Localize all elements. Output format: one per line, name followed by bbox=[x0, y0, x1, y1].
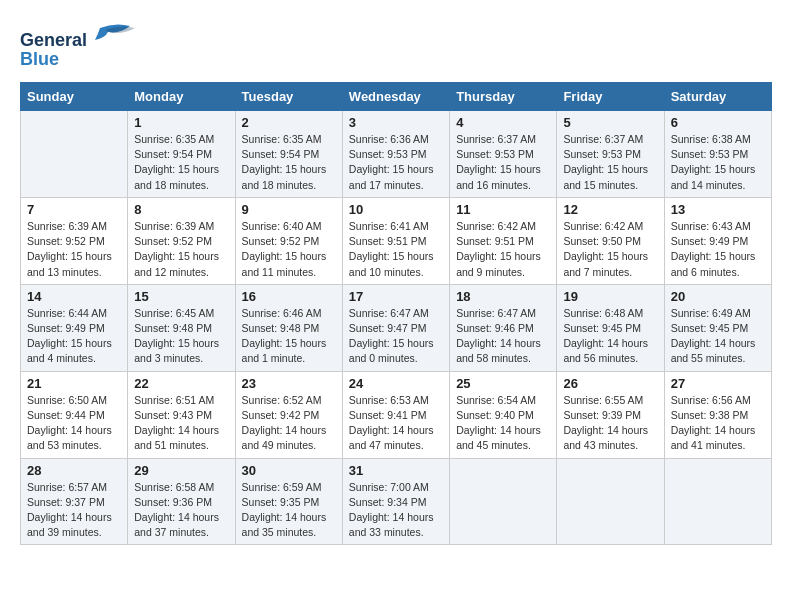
calendar-cell: 30Sunrise: 6:59 AM Sunset: 9:35 PM Dayli… bbox=[235, 458, 342, 545]
day-info: Sunrise: 6:40 AM Sunset: 9:52 PM Dayligh… bbox=[242, 219, 336, 280]
calendar-cell: 18Sunrise: 6:47 AM Sunset: 9:46 PM Dayli… bbox=[450, 284, 557, 371]
calendar-cell: 20Sunrise: 6:49 AM Sunset: 9:45 PM Dayli… bbox=[664, 284, 771, 371]
day-number: 14 bbox=[27, 289, 121, 304]
day-info: Sunrise: 6:54 AM Sunset: 9:40 PM Dayligh… bbox=[456, 393, 550, 454]
day-info: Sunrise: 6:48 AM Sunset: 9:45 PM Dayligh… bbox=[563, 306, 657, 367]
day-of-week-header: Friday bbox=[557, 83, 664, 111]
logo: General Blue bbox=[20, 20, 150, 74]
calendar-cell: 12Sunrise: 6:42 AM Sunset: 9:50 PM Dayli… bbox=[557, 197, 664, 284]
day-number: 11 bbox=[456, 202, 550, 217]
day-info: Sunrise: 6:52 AM Sunset: 9:42 PM Dayligh… bbox=[242, 393, 336, 454]
calendar-cell: 28Sunrise: 6:57 AM Sunset: 9:37 PM Dayli… bbox=[21, 458, 128, 545]
calendar-cell bbox=[664, 458, 771, 545]
day-of-week-header: Sunday bbox=[21, 83, 128, 111]
calendar-cell: 25Sunrise: 6:54 AM Sunset: 9:40 PM Dayli… bbox=[450, 371, 557, 458]
calendar-cell: 17Sunrise: 6:47 AM Sunset: 9:47 PM Dayli… bbox=[342, 284, 449, 371]
header: General Blue bbox=[20, 20, 772, 74]
calendar-cell bbox=[450, 458, 557, 545]
day-info: Sunrise: 6:35 AM Sunset: 9:54 PM Dayligh… bbox=[134, 132, 228, 193]
day-info: Sunrise: 6:43 AM Sunset: 9:49 PM Dayligh… bbox=[671, 219, 765, 280]
day-of-week-header: Monday bbox=[128, 83, 235, 111]
calendar-cell: 27Sunrise: 6:56 AM Sunset: 9:38 PM Dayli… bbox=[664, 371, 771, 458]
day-of-week-header: Saturday bbox=[664, 83, 771, 111]
day-number: 29 bbox=[134, 463, 228, 478]
day-of-week-header: Tuesday bbox=[235, 83, 342, 111]
day-number: 2 bbox=[242, 115, 336, 130]
day-number: 25 bbox=[456, 376, 550, 391]
calendar-cell: 21Sunrise: 6:50 AM Sunset: 9:44 PM Dayli… bbox=[21, 371, 128, 458]
day-number: 24 bbox=[349, 376, 443, 391]
day-info: Sunrise: 6:42 AM Sunset: 9:51 PM Dayligh… bbox=[456, 219, 550, 280]
day-info: Sunrise: 6:39 AM Sunset: 9:52 PM Dayligh… bbox=[134, 219, 228, 280]
calendar-cell: 19Sunrise: 6:48 AM Sunset: 9:45 PM Dayli… bbox=[557, 284, 664, 371]
day-info: Sunrise: 7:00 AM Sunset: 9:34 PM Dayligh… bbox=[349, 480, 443, 541]
day-info: Sunrise: 6:59 AM Sunset: 9:35 PM Dayligh… bbox=[242, 480, 336, 541]
calendar-cell: 29Sunrise: 6:58 AM Sunset: 9:36 PM Dayli… bbox=[128, 458, 235, 545]
logo-text: General Blue bbox=[20, 20, 150, 74]
day-info: Sunrise: 6:55 AM Sunset: 9:39 PM Dayligh… bbox=[563, 393, 657, 454]
day-info: Sunrise: 6:50 AM Sunset: 9:44 PM Dayligh… bbox=[27, 393, 121, 454]
day-number: 20 bbox=[671, 289, 765, 304]
calendar-cell: 31Sunrise: 7:00 AM Sunset: 9:34 PM Dayli… bbox=[342, 458, 449, 545]
calendar-cell: 8Sunrise: 6:39 AM Sunset: 9:52 PM Daylig… bbox=[128, 197, 235, 284]
calendar-cell: 16Sunrise: 6:46 AM Sunset: 9:48 PM Dayli… bbox=[235, 284, 342, 371]
day-of-week-header: Thursday bbox=[450, 83, 557, 111]
day-number: 3 bbox=[349, 115, 443, 130]
day-number: 6 bbox=[671, 115, 765, 130]
day-number: 23 bbox=[242, 376, 336, 391]
day-number: 13 bbox=[671, 202, 765, 217]
calendar-cell: 11Sunrise: 6:42 AM Sunset: 9:51 PM Dayli… bbox=[450, 197, 557, 284]
day-of-week-header: Wednesday bbox=[342, 83, 449, 111]
day-number: 31 bbox=[349, 463, 443, 478]
day-info: Sunrise: 6:37 AM Sunset: 9:53 PM Dayligh… bbox=[456, 132, 550, 193]
day-info: Sunrise: 6:47 AM Sunset: 9:47 PM Dayligh… bbox=[349, 306, 443, 367]
day-number: 16 bbox=[242, 289, 336, 304]
day-number: 10 bbox=[349, 202, 443, 217]
day-number: 30 bbox=[242, 463, 336, 478]
day-number: 22 bbox=[134, 376, 228, 391]
day-info: Sunrise: 6:56 AM Sunset: 9:38 PM Dayligh… bbox=[671, 393, 765, 454]
day-number: 9 bbox=[242, 202, 336, 217]
day-info: Sunrise: 6:44 AM Sunset: 9:49 PM Dayligh… bbox=[27, 306, 121, 367]
day-number: 7 bbox=[27, 202, 121, 217]
day-info: Sunrise: 6:42 AM Sunset: 9:50 PM Dayligh… bbox=[563, 219, 657, 280]
svg-text:Blue: Blue bbox=[20, 49, 59, 69]
calendar-cell: 3Sunrise: 6:36 AM Sunset: 9:53 PM Daylig… bbox=[342, 111, 449, 198]
day-info: Sunrise: 6:53 AM Sunset: 9:41 PM Dayligh… bbox=[349, 393, 443, 454]
calendar-cell: 15Sunrise: 6:45 AM Sunset: 9:48 PM Dayli… bbox=[128, 284, 235, 371]
day-info: Sunrise: 6:45 AM Sunset: 9:48 PM Dayligh… bbox=[134, 306, 228, 367]
day-info: Sunrise: 6:47 AM Sunset: 9:46 PM Dayligh… bbox=[456, 306, 550, 367]
day-info: Sunrise: 6:41 AM Sunset: 9:51 PM Dayligh… bbox=[349, 219, 443, 280]
calendar-cell: 13Sunrise: 6:43 AM Sunset: 9:49 PM Dayli… bbox=[664, 197, 771, 284]
calendar-cell: 10Sunrise: 6:41 AM Sunset: 9:51 PM Dayli… bbox=[342, 197, 449, 284]
day-info: Sunrise: 6:36 AM Sunset: 9:53 PM Dayligh… bbox=[349, 132, 443, 193]
day-number: 21 bbox=[27, 376, 121, 391]
day-number: 28 bbox=[27, 463, 121, 478]
calendar-cell: 9Sunrise: 6:40 AM Sunset: 9:52 PM Daylig… bbox=[235, 197, 342, 284]
calendar-cell: 2Sunrise: 6:35 AM Sunset: 9:54 PM Daylig… bbox=[235, 111, 342, 198]
day-info: Sunrise: 6:58 AM Sunset: 9:36 PM Dayligh… bbox=[134, 480, 228, 541]
calendar-cell: 4Sunrise: 6:37 AM Sunset: 9:53 PM Daylig… bbox=[450, 111, 557, 198]
day-number: 1 bbox=[134, 115, 228, 130]
day-number: 12 bbox=[563, 202, 657, 217]
day-number: 8 bbox=[134, 202, 228, 217]
day-info: Sunrise: 6:46 AM Sunset: 9:48 PM Dayligh… bbox=[242, 306, 336, 367]
calendar-cell: 1Sunrise: 6:35 AM Sunset: 9:54 PM Daylig… bbox=[128, 111, 235, 198]
day-info: Sunrise: 6:35 AM Sunset: 9:54 PM Dayligh… bbox=[242, 132, 336, 193]
day-info: Sunrise: 6:38 AM Sunset: 9:53 PM Dayligh… bbox=[671, 132, 765, 193]
calendar-cell: 26Sunrise: 6:55 AM Sunset: 9:39 PM Dayli… bbox=[557, 371, 664, 458]
calendar-cell: 5Sunrise: 6:37 AM Sunset: 9:53 PM Daylig… bbox=[557, 111, 664, 198]
day-number: 27 bbox=[671, 376, 765, 391]
day-info: Sunrise: 6:37 AM Sunset: 9:53 PM Dayligh… bbox=[563, 132, 657, 193]
day-number: 4 bbox=[456, 115, 550, 130]
calendar-cell bbox=[21, 111, 128, 198]
calendar-cell bbox=[557, 458, 664, 545]
calendar-cell: 24Sunrise: 6:53 AM Sunset: 9:41 PM Dayli… bbox=[342, 371, 449, 458]
day-number: 15 bbox=[134, 289, 228, 304]
calendar-cell: 23Sunrise: 6:52 AM Sunset: 9:42 PM Dayli… bbox=[235, 371, 342, 458]
day-info: Sunrise: 6:51 AM Sunset: 9:43 PM Dayligh… bbox=[134, 393, 228, 454]
day-number: 26 bbox=[563, 376, 657, 391]
day-info: Sunrise: 6:57 AM Sunset: 9:37 PM Dayligh… bbox=[27, 480, 121, 541]
calendar-cell: 7Sunrise: 6:39 AM Sunset: 9:52 PM Daylig… bbox=[21, 197, 128, 284]
calendar-cell: 22Sunrise: 6:51 AM Sunset: 9:43 PM Dayli… bbox=[128, 371, 235, 458]
